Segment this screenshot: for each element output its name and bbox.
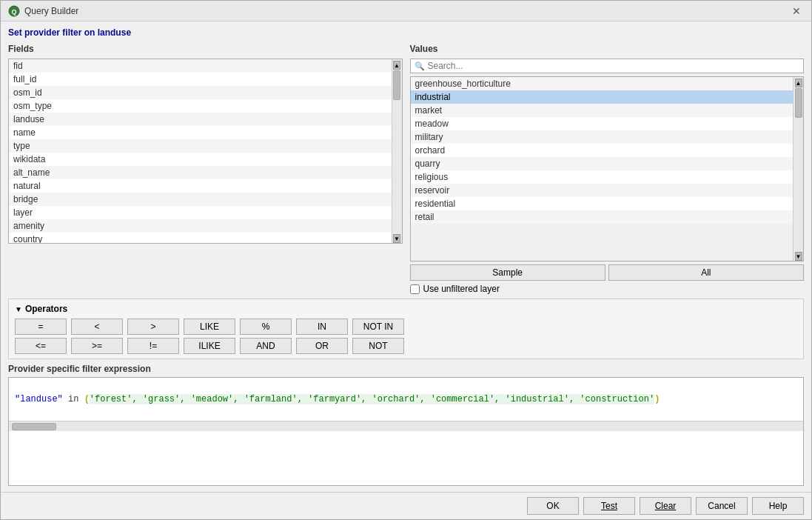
fields-scroll-thumb[interactable] (393, 70, 400, 100)
list-item[interactable]: layer (9, 206, 392, 219)
window-title: Query Builder (24, 6, 78, 16)
expression-hscroll-thumb[interactable] (12, 423, 56, 430)
op-not-button[interactable]: NOT (352, 338, 404, 354)
unfiltered-row: Use unfiltered layer (410, 284, 805, 294)
list-item[interactable]: religious (411, 170, 793, 184)
qgis-icon: Q (8, 5, 20, 17)
list-item[interactable]: amenity (9, 219, 392, 233)
provider-label: Set provider filter on landuse (8, 27, 804, 38)
expression-text[interactable]: "landuse" in ('forest', 'grass', 'meadow… (9, 378, 803, 421)
list-item[interactable]: residential (411, 197, 793, 210)
list-item[interactable]: full_id (9, 73, 392, 86)
list-item[interactable]: military (411, 130, 793, 144)
list-item[interactable]: retail (411, 210, 793, 224)
bottom-bar: OK Test Clear Cancel Help (1, 492, 811, 519)
fields-panel: Fields fid full_id osm_id osm_type landu… (8, 44, 403, 294)
test-button[interactable]: Test (583, 497, 635, 515)
list-item[interactable]: alt_name (9, 166, 392, 179)
values-label: Values (410, 44, 805, 54)
list-item[interactable]: country (9, 233, 392, 243)
fields-list[interactable]: fid full_id osm_id osm_type landuse name… (9, 59, 392, 243)
list-item[interactable]: name (9, 126, 392, 139)
query-builder-window: Q Query Builder ✕ Set provider filter on… (0, 0, 812, 520)
cancel-button[interactable]: Cancel (696, 497, 748, 515)
list-item[interactable]: orchard (411, 144, 793, 157)
values-list[interactable]: greenhouse_horticulture industrial marke… (411, 77, 793, 261)
fields-list-container: fid full_id osm_id osm_type landuse name… (8, 59, 403, 244)
list-item[interactable]: bridge (9, 193, 392, 206)
list-item[interactable]: type (9, 139, 392, 153)
op-neq-button[interactable]: != (127, 338, 179, 354)
title-bar: Q Query Builder ✕ (1, 1, 811, 21)
list-item[interactable]: landuse (9, 113, 392, 126)
title-bar-left: Q Query Builder (8, 5, 78, 17)
expression-area-wrapper[interactable]: "landuse" in ('forest', 'grass', 'meadow… (8, 377, 804, 486)
op-gte-button[interactable]: >= (71, 338, 123, 354)
all-button[interactable]: All (608, 264, 804, 281)
list-item[interactable]: greenhouse_horticulture (411, 77, 793, 90)
values-search-input[interactable] (428, 61, 800, 71)
collapse-arrow-icon: ▼ (15, 305, 22, 313)
list-item[interactable]: natural (9, 179, 392, 193)
sample-button[interactable]: Sample (410, 264, 605, 281)
list-item[interactable]: quarry (411, 157, 793, 170)
op-or-button[interactable]: OR (296, 338, 348, 354)
ok-button[interactable]: OK (527, 497, 579, 515)
list-item[interactable]: osm_id (9, 86, 392, 99)
operators-row-2: <= >= != ILIKE AND OR NOT (15, 338, 797, 354)
list-item[interactable]: osm_type (9, 99, 392, 113)
close-button[interactable]: ✕ (789, 4, 804, 19)
expression-label: Provider specific filter expression (8, 364, 804, 374)
values-search-box[interactable]: 🔍 (410, 59, 805, 73)
expression-hscrollbar[interactable] (9, 421, 803, 431)
unfiltered-label: Use unfiltered layer (423, 284, 500, 294)
values-panel: Values 🔍 greenhouse_horticulture industr… (410, 44, 805, 294)
unfiltered-checkbox[interactable] (410, 284, 420, 294)
op-and-button[interactable]: AND (240, 338, 292, 354)
operators-row-1: = < > LIKE % IN NOT IN (15, 319, 797, 335)
values-scroll-thumb[interactable] (795, 88, 802, 118)
operators-header[interactable]: ▼ Operators (15, 304, 797, 314)
op-lt-button[interactable]: < (71, 319, 123, 335)
window-body: Set provider filter on landuse Fields fi… (1, 21, 811, 492)
svg-text:Q: Q (11, 8, 16, 16)
op-percent-button[interactable]: % (240, 319, 292, 335)
op-lte-button[interactable]: <= (15, 338, 67, 354)
values-list-container: greenhouse_horticulture industrial marke… (410, 76, 805, 261)
list-item[interactable]: industrial (411, 90, 793, 104)
operators-label: Operators (25, 304, 67, 314)
top-section: Fields fid full_id osm_id osm_type landu… (8, 44, 804, 294)
values-scrollbar[interactable]: ▲ ▼ (793, 77, 803, 261)
op-like-button[interactable]: LIKE (184, 319, 235, 335)
list-item[interactable]: wikidata (9, 153, 392, 166)
operators-section: ▼ Operators = < > LIKE % IN NOT IN <= >=… (8, 299, 804, 359)
help-button[interactable]: Help (752, 497, 804, 515)
values-buttons: Sample All (410, 264, 805, 281)
clear-button[interactable]: Clear (640, 497, 691, 515)
list-item[interactable]: meadow (411, 117, 793, 130)
fields-scrollbar[interactable]: ▲ ▼ (392, 59, 402, 243)
op-notin-button[interactable]: NOT IN (352, 319, 404, 335)
list-item[interactable]: reservoir (411, 184, 793, 197)
list-item[interactable]: fid (9, 59, 392, 73)
search-icon: 🔍 (415, 61, 425, 71)
op-ilike-button[interactable]: ILIKE (184, 338, 235, 354)
operators-grid: = < > LIKE % IN NOT IN <= >= != ILIKE AN… (15, 319, 797, 354)
expression-section: Provider specific filter expression "lan… (8, 364, 804, 486)
list-item[interactable]: market (411, 104, 793, 117)
fields-label: Fields (8, 44, 403, 54)
op-in-button[interactable]: IN (296, 319, 348, 335)
op-gt-button[interactable]: > (127, 319, 179, 335)
op-eq-button[interactable]: = (15, 319, 67, 335)
